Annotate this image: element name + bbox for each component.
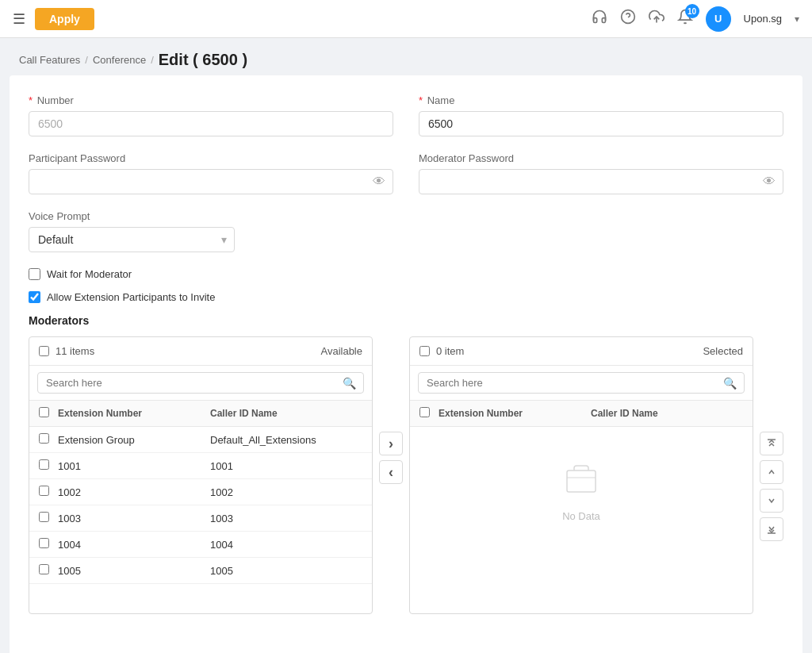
moderators-section-title: Moderators: [29, 314, 783, 327]
table-row[interactable]: 1001 1001: [29, 453, 372, 479]
selected-table-header: Extension Number Caller ID Name: [410, 401, 753, 427]
table-row[interactable]: Extension Group Default_All_Extensions: [29, 427, 372, 453]
participant-password-wrapper: 👁: [29, 169, 393, 194]
available-search-icon: 🔍: [343, 377, 356, 390]
row-checkbox[interactable]: [39, 459, 49, 470]
row-checkbox[interactable]: [39, 564, 49, 574]
allow-extension-label[interactable]: Allow Extension Participants to Invite: [47, 291, 215, 303]
wait-for-moderator-row: Wait for Moderator: [29, 268, 783, 280]
table-row[interactable]: 1004 1004: [29, 532, 372, 558]
row-checkbox[interactable]: [39, 433, 49, 444]
table-row[interactable]: 1003 1003: [29, 505, 372, 532]
row-caller: 1005: [210, 565, 362, 577]
no-data-container: No Data: [410, 427, 753, 554]
form-row-voice-prompt: Voice Prompt Default Custom ▾: [29, 210, 783, 252]
available-col-caller-header: Caller ID Name: [210, 408, 362, 419]
allow-extension-checkbox[interactable]: [29, 291, 40, 303]
hamburger-icon[interactable]: ☰: [13, 10, 25, 28]
row-extension: 1001: [58, 460, 210, 472]
breadcrumb-sep1: /: [85, 54, 88, 66]
selected-count: 0 item: [436, 345, 464, 357]
table-row[interactable]: 1005 1005: [29, 558, 372, 584]
available-select-all-checkbox[interactable]: [39, 346, 49, 356]
selected-table: Extension Number Caller ID Name No Data: [410, 401, 753, 613]
form-group-empty: [260, 210, 783, 252]
headset-icon[interactable]: [592, 9, 607, 29]
transfer-container: 11 items Available 🔍 Extension Number Ca…: [29, 336, 783, 614]
available-count: 11 items: [56, 345, 94, 357]
order-buttons: [760, 336, 783, 541]
available-box: 11 items Available 🔍 Extension Number Ca…: [29, 336, 373, 614]
selected-search-input[interactable]: [418, 372, 745, 394]
svg-rect-3: [567, 471, 596, 492]
no-data-text: No Data: [562, 510, 600, 522]
number-input[interactable]: [29, 111, 393, 136]
question-icon[interactable]: [620, 9, 636, 29]
selected-select-all-checkbox[interactable]: [419, 346, 430, 356]
participant-password-label: Participant Password: [29, 152, 393, 164]
row-extension: 1005: [58, 565, 210, 577]
apply-button[interactable]: Apply: [35, 8, 94, 30]
available-header-checkbox[interactable]: [39, 407, 49, 417]
row-checkbox[interactable]: [39, 538, 49, 548]
breadcrumb-call-features[interactable]: Call Features: [19, 54, 80, 66]
breadcrumb-conference[interactable]: Conference: [93, 54, 146, 66]
row-extension: 1002: [58, 486, 210, 498]
form-group-participant-password: Participant Password 👁: [29, 152, 393, 194]
form-row-passwords: Participant Password 👁 Moderator Passwor…: [29, 152, 783, 194]
participant-password-input[interactable]: [29, 169, 393, 194]
row-caller: 1001: [210, 460, 362, 472]
moderator-password-label: Moderator Password: [419, 152, 783, 164]
avatar[interactable]: U: [706, 6, 731, 32]
cloud-upload-icon[interactable]: [649, 9, 665, 29]
breadcrumb-sep2: /: [151, 54, 154, 66]
moderator-password-input[interactable]: [419, 169, 783, 194]
breadcrumb: Call Features / Conference / Edit ( 6500…: [0, 38, 812, 75]
available-col-ext-header: Extension Number: [58, 408, 210, 419]
participant-password-eye-icon[interactable]: 👁: [373, 175, 385, 189]
move-top-button[interactable]: [760, 432, 783, 455]
row-checkbox[interactable]: [39, 512, 49, 522]
move-bottom-button[interactable]: [760, 517, 783, 541]
voice-prompt-select-wrapper: Default Custom ▾: [29, 227, 235, 252]
available-search-input[interactable]: [37, 372, 364, 394]
row-extension: 1003: [58, 513, 210, 524]
row-caller: 1003: [210, 513, 362, 524]
selected-col-caller-header: Caller ID Name: [591, 408, 743, 419]
allow-extension-row: Allow Extension Participants to Invite: [29, 291, 783, 303]
voice-prompt-select[interactable]: Default Custom: [29, 227, 235, 252]
required-star-number: *: [29, 94, 33, 106]
move-left-button[interactable]: ‹: [379, 460, 403, 484]
required-star-name: *: [419, 94, 423, 106]
user-name[interactable]: Upon.sg: [744, 13, 782, 25]
available-table: Extension Number Caller ID Name Extensio…: [29, 401, 372, 613]
bell-icon[interactable]: 10: [677, 9, 693, 29]
wait-for-moderator-checkbox[interactable]: [29, 268, 40, 280]
transfer-buttons: › ‹: [379, 336, 403, 484]
selected-box: 0 item Selected 🔍 Extension Number Calle…: [409, 336, 753, 614]
selected-label: Selected: [703, 345, 743, 357]
move-down-button[interactable]: [760, 489, 783, 513]
nav-left: ☰ Apply: [13, 8, 94, 30]
no-data-icon: [562, 459, 600, 504]
name-input[interactable]: [419, 111, 783, 136]
selected-header-checkbox[interactable]: [419, 407, 430, 417]
available-search-wrapper: 🔍: [29, 366, 372, 401]
row-caller: 1002: [210, 486, 362, 498]
form-group-voice-prompt: Voice Prompt Default Custom ▾: [29, 210, 235, 252]
row-caller: 1004: [210, 539, 362, 551]
top-navigation: ☰ Apply 10 U Upon.sg ▾: [0, 0, 812, 38]
main-content: * Number * Name Participant Password 👁 M…: [10, 75, 802, 653]
table-row[interactable]: 1002 1002: [29, 479, 372, 505]
moderator-password-eye-icon[interactable]: 👁: [763, 175, 776, 189]
wait-for-moderator-label[interactable]: Wait for Moderator: [47, 268, 132, 280]
move-right-button[interactable]: ›: [379, 432, 403, 455]
selected-search-wrapper: 🔍: [410, 366, 753, 401]
page-title: Edit ( 6500 ): [159, 51, 247, 69]
selected-header: 0 item Selected: [410, 337, 753, 366]
row-checkbox[interactable]: [39, 486, 49, 496]
row-extension: 1004: [58, 539, 210, 551]
selected-col-ext-header: Extension Number: [439, 408, 591, 419]
user-chevron-icon[interactable]: ▾: [795, 13, 799, 25]
move-up-button[interactable]: [760, 460, 783, 484]
